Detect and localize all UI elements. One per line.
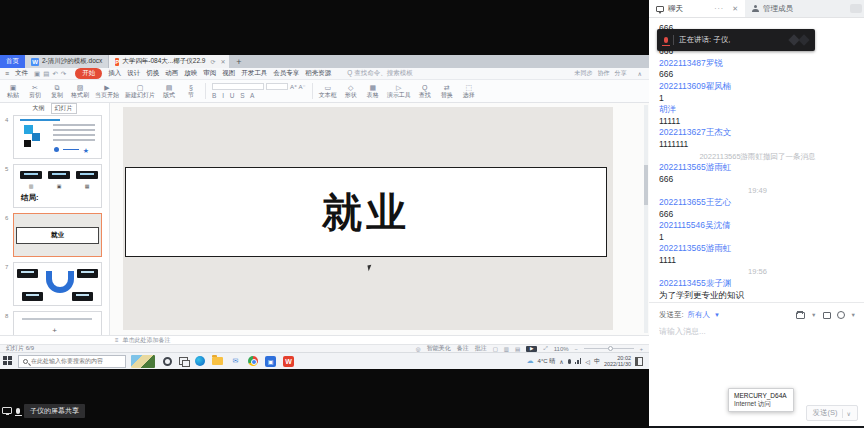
zoom-out-button[interactable]: −: [575, 346, 578, 352]
weather-cloud-icon[interactable]: ☁: [527, 357, 534, 365]
send-to-selector[interactable]: 所有人: [688, 310, 711, 320]
fit-slide-icon[interactable]: ⤢: [543, 345, 547, 352]
slide-thumbnail-4[interactable]: 4★: [13, 115, 102, 159]
taskbar-search[interactable]: [18, 355, 126, 368]
menu-插入[interactable]: 插入: [108, 69, 121, 76]
mail-icon[interactable]: ✉: [230, 356, 241, 367]
font-family-select[interactable]: [212, 83, 264, 90]
canvas-scrollbar[interactable]: [644, 105, 648, 333]
chrome-icon[interactable]: [248, 356, 258, 366]
taskbar-clock[interactable]: 20:02 2022/11/30: [604, 355, 631, 367]
tab-outline[interactable]: 大纲: [33, 104, 45, 113]
menu-切换[interactable]: 切换: [146, 69, 159, 76]
tab-close-icon[interactable]: ✕: [220, 58, 225, 65]
undo-icon[interactable]: ↶: [52, 70, 57, 77]
meeting-app-icon[interactable]: ▣: [265, 356, 276, 367]
redo-icon[interactable]: ↷: [61, 70, 66, 77]
chat-more-button[interactable]: ···: [714, 5, 724, 12]
font-size-select[interactable]: [266, 83, 288, 90]
menu-设计[interactable]: 设计: [127, 69, 140, 76]
beautify-icon[interactable]: ◎: [416, 346, 421, 352]
font-resize-buttons[interactable]: A⁺ A⁻: [290, 83, 306, 90]
ribbon-collapse-icon[interactable]: ∧: [638, 70, 642, 77]
file-folder-icon[interactable]: [796, 312, 805, 319]
presentation-tab-active[interactable]: P 大学四年-084大...椰子仪22.9 ⟳ ✕: [109, 55, 229, 68]
toolbar-替换[interactable]: ⇄替换: [439, 84, 455, 99]
task-view-icon[interactable]: [179, 357, 188, 365]
menu-视图[interactable]: 视图: [222, 69, 235, 76]
menu-稻壳资源[interactable]: 稻壳资源: [305, 69, 331, 76]
wps-home-tab[interactable]: 首页: [0, 55, 25, 68]
file-explorer-icon[interactable]: [212, 357, 223, 365]
hamburger-icon[interactable]: ≡: [5, 70, 9, 77]
document-tab[interactable]: W 2-清川沙的模板.docx: [25, 55, 109, 68]
normal-view-icon[interactable]: ▢: [493, 346, 498, 352]
slide-thumbnail-7[interactable]: 7: [13, 262, 102, 306]
action-分享[interactable]: 分享: [615, 70, 627, 76]
file-menu[interactable]: 文件: [15, 69, 28, 78]
action-协作[interactable]: 协作: [598, 70, 610, 76]
slide-thumbnail-5[interactable]: 5▥▣▦结局:: [13, 164, 102, 208]
slide-surface[interactable]: 就业: [123, 107, 613, 330]
network-icon[interactable]: [575, 358, 582, 364]
notification-center-icon[interactable]: [635, 357, 643, 366]
slide-thumbnail-6[interactable]: 6就业: [13, 213, 102, 257]
toolbar-复制[interactable]: ⧉复制: [49, 84, 65, 99]
menu-start[interactable]: 开始: [75, 68, 102, 79]
taskbar-search-input[interactable]: [31, 358, 121, 364]
toolbar-查找[interactable]: Q查找: [417, 84, 433, 99]
toolbar-粘贴[interactable]: ▣粘贴: [5, 84, 21, 99]
toolbar-表格[interactable]: ▦表格: [365, 84, 381, 99]
tray-weather[interactable]: 4°C 晴: [538, 357, 556, 366]
toolbar-形状[interactable]: ◇形状: [343, 84, 359, 99]
toolbar-剪切[interactable]: ✂剪切: [27, 84, 43, 99]
menu-会员专享[interactable]: 会员专享: [273, 69, 299, 76]
send-to-caret-icon[interactable]: ▼: [714, 312, 720, 318]
volume-icon[interactable]: ◁: [585, 358, 590, 365]
start-button[interactable]: [3, 356, 13, 366]
notes-bar[interactable]: ≡ 单击此处添加备注: [0, 335, 649, 344]
print-icon[interactable]: ▤: [43, 70, 49, 77]
menu-开发工具[interactable]: 开发工具: [241, 69, 267, 76]
tab-slides[interactable]: 幻灯片: [51, 103, 77, 114]
toolbar-新建幻灯片[interactable]: ▢新建幻灯片: [125, 84, 155, 99]
save-icon[interactable]: ▣: [34, 70, 40, 77]
toolbar-演示工具[interactable]: ▷演示工具: [387, 84, 411, 99]
emoji-icon[interactable]: [837, 311, 845, 319]
cortana-icon[interactable]: [163, 357, 172, 366]
chat-close-button[interactable]: ✕: [732, 5, 738, 13]
menu-审阅[interactable]: 审阅: [203, 69, 216, 76]
weather-widget[interactable]: [131, 355, 155, 368]
menu-动画[interactable]: 动画: [165, 69, 178, 76]
text-format-buttons[interactable]: B I U S A: [212, 92, 256, 99]
new-tab-button[interactable]: +: [229, 55, 248, 68]
add-slide-button[interactable]: +: [0, 326, 109, 335]
command-search-hint[interactable]: Q 查找命令、搜索模板: [347, 69, 412, 78]
action-未同步[interactable]: 未同步: [575, 70, 593, 76]
toolbar-文本框[interactable]: ▭文本框: [319, 84, 337, 99]
toolbar-节[interactable]: §节: [183, 84, 199, 99]
chat-message-list[interactable]: 666张忠伟6662022113487罗锐6662022113609翟凤楠1胡洋…: [649, 18, 864, 302]
toolbar-格式刷[interactable]: ▨格式刷: [71, 84, 89, 99]
zoom-in-button[interactable]: +: [640, 346, 643, 352]
send-options-caret-icon[interactable]: ∨: [847, 410, 851, 417]
sorter-view-icon[interactable]: ▥: [504, 346, 509, 352]
emoji-caret-icon[interactable]: ▼: [851, 312, 856, 318]
send-button[interactable]: 发送(S) ∨: [806, 405, 858, 421]
zoom-slider[interactable]: [584, 348, 634, 350]
folder-caret-icon[interactable]: ▼: [811, 312, 816, 318]
wps-icon[interactable]: W: [283, 356, 294, 367]
slideshow-play-button[interactable]: ▶: [526, 346, 537, 352]
toolbar-版式[interactable]: ▤版式: [161, 84, 177, 99]
chat-message-input[interactable]: [659, 327, 856, 336]
tray-mic-icon[interactable]: [568, 359, 571, 364]
screenshot-icon[interactable]: [823, 312, 831, 319]
slide-title-box[interactable]: 就业: [125, 167, 607, 257]
menu-放映[interactable]: 放映: [184, 69, 197, 76]
zoom-slider-thumb[interactable]: [608, 346, 613, 351]
tab-chat[interactable]: 聊天 ··· ✕: [649, 0, 745, 17]
toolbar-选择[interactable]: ⬚选择: [461, 84, 477, 99]
edge-icon[interactable]: [195, 356, 205, 366]
panel-handle[interactable]: [850, 4, 862, 13]
tab-manage-members[interactable]: 管理成员: [745, 0, 849, 17]
